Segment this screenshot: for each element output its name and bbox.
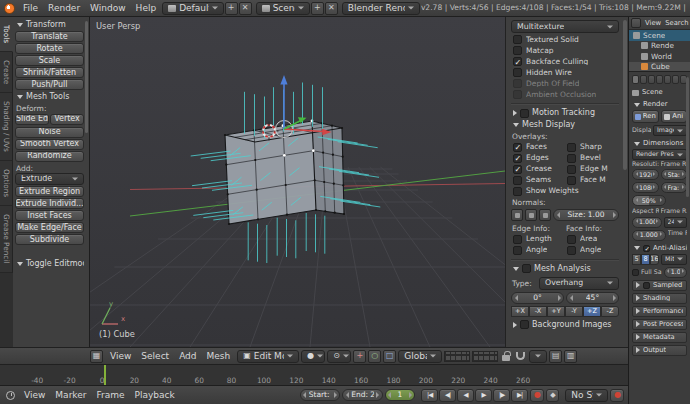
render-panel-header[interactable]: Render	[632, 99, 687, 110]
toolshelf-tab[interactable]: Options	[0, 161, 13, 206]
auto-keyframe-button[interactable]: ●	[610, 389, 624, 402]
menu-item[interactable]: Search	[663, 19, 690, 28]
mesh-tools-panel-header[interactable]: Mesh Tools	[15, 91, 84, 103]
checkbox[interactable]	[513, 90, 522, 99]
current-frame-field[interactable]: 1	[385, 389, 415, 401]
tool-button[interactable]: Extrude Region	[15, 186, 84, 197]
checkbox[interactable]	[513, 187, 522, 196]
outliner-item[interactable]: Rende	[629, 41, 690, 52]
mesh-analysis-checkbox[interactable]	[522, 264, 531, 273]
overlay-option[interactable]: Edges	[511, 153, 565, 164]
viewport-canvas[interactable]	[90, 17, 505, 347]
display-option[interactable]: Textured Solid	[511, 34, 619, 45]
motion-tracking-checkbox[interactable]	[520, 109, 529, 118]
tab-world-icon[interactable]	[656, 75, 663, 84]
checkbox[interactable]	[513, 246, 522, 255]
render-display-dropdown[interactable]: Image E	[653, 125, 687, 136]
checkbox[interactable]	[513, 79, 522, 88]
transport-button[interactable]: ◀|	[439, 389, 456, 402]
aa-filter-dropdown[interactable]: Mitchell-...	[661, 254, 687, 265]
keying-set-button[interactable]: ◆	[546, 389, 560, 402]
overlay-option[interactable]: Faces	[511, 142, 565, 153]
mesh-display-panel-header[interactable]: Mesh Display	[511, 119, 619, 131]
outliner-item[interactable]: World	[629, 51, 690, 62]
resolution-x-field[interactable]: 1920	[632, 169, 659, 180]
checkbox[interactable]	[513, 235, 522, 244]
properties-panel-header[interactable]: Shading	[632, 293, 687, 304]
aa-samples-button[interactable]: 16	[650, 254, 659, 265]
overlay-option[interactable]: Face M	[565, 175, 619, 186]
resolution-y-field[interactable]: 1080	[632, 182, 659, 193]
toolshelf-tab[interactable]: Shading / UVs	[0, 93, 13, 161]
menu-item[interactable]: Marker	[50, 389, 91, 402]
menu-item[interactable]: Select	[136, 350, 174, 363]
display-option[interactable]: Ambient Occlusion	[511, 89, 619, 100]
transport-button[interactable]: ▶|	[511, 389, 528, 402]
npanel-scrollbar[interactable]	[623, 20, 627, 170]
tool-button[interactable]: Rotate	[15, 43, 84, 54]
mesh-analysis-panel-header[interactable]: Mesh Analysis	[511, 263, 619, 275]
properties-scrollbar[interactable]	[686, 77, 689, 197]
angle-max-field[interactable]: 45°	[566, 292, 619, 304]
checkbox[interactable]	[513, 154, 522, 163]
overhang-axis-button[interactable]: -X	[529, 306, 547, 317]
checkbox[interactable]	[513, 165, 522, 174]
toolshelf-tab[interactable]: Tools	[0, 17, 13, 52]
menu-item[interactable]: View	[105, 350, 136, 363]
aa-samples-button[interactable]: 5	[632, 254, 641, 265]
toolshelf-tab[interactable]: Grease Pencil	[0, 206, 13, 272]
toolshelf-scrollbar[interactable]	[85, 21, 88, 133]
menu-item[interactable]: View	[19, 389, 50, 402]
antialiasing-panel-header[interactable]: Anti-Aliasing	[632, 243, 687, 254]
full-sample-checkbox[interactable]	[632, 269, 639, 276]
checkbox[interactable]	[513, 46, 522, 55]
menu-item[interactable]: View	[643, 19, 663, 28]
opengl-render-image-button[interactable]: ▤	[549, 350, 562, 363]
cube-mesh[interactable]	[224, 120, 345, 225]
tool-button[interactable]: Shrink/Fatten	[15, 67, 84, 78]
timeline-ruler[interactable]: -40-200204060801001201401601802002202402…	[0, 377, 539, 384]
render-preset-dropdown[interactable]: Render Pres...	[632, 149, 687, 160]
checkbox[interactable]	[513, 57, 522, 66]
tool-button[interactable]: Inset Faces	[15, 210, 84, 221]
checkbox[interactable]	[567, 154, 576, 163]
snap-element-dropdown[interactable]	[529, 350, 547, 363]
timeline-region[interactable]: -40-200204060801001201401601802002202402…	[0, 365, 628, 386]
overhang-axis-button[interactable]: -Z	[601, 306, 619, 317]
tool-button[interactable]: Noise	[15, 127, 84, 138]
tab-modifiers-icon[interactable]	[672, 75, 679, 84]
add-scene-button[interactable]: +	[311, 2, 324, 15]
vertex-normals-toggle[interactable]	[511, 209, 523, 221]
render-animation-button[interactable]: Ani	[661, 110, 688, 123]
scene-dropdown[interactable]: Scene	[256, 2, 310, 15]
overlay-option[interactable]: Sharp	[565, 142, 619, 153]
checkbox[interactable]	[513, 68, 522, 77]
display-option[interactable]: Depth Of Field	[511, 78, 619, 89]
manipulator-scale-toggle[interactable]: □	[383, 350, 396, 363]
menu-item[interactable]: Help	[131, 2, 162, 15]
fps-dropdown[interactable]: 24 fps	[664, 217, 688, 228]
aspect-x-field[interactable]: 1.000	[632, 217, 662, 228]
display-option[interactable]: Matcap	[511, 45, 619, 56]
overhang-axis-button[interactable]: +X	[511, 306, 529, 317]
outliner-item[interactable]: Scene	[629, 30, 690, 41]
tool-button[interactable]: Subdivide	[15, 234, 84, 245]
tool-button[interactable]: Translate	[15, 31, 84, 42]
opengl-render-anim-button[interactable]: ▥	[564, 350, 577, 363]
panel-checkbox[interactable]	[643, 282, 650, 289]
background-images-checkbox[interactable]	[520, 320, 529, 329]
shading-mode-dropdown[interactable]: Multitexture	[511, 20, 619, 33]
tab-render-layers-icon[interactable]	[640, 75, 647, 84]
layers-widget[interactable]	[444, 351, 470, 362]
tool-button[interactable]: Extrude Individ...	[15, 198, 84, 209]
toolshelf-tab[interactable]: Create	[0, 52, 13, 93]
render-button[interactable]: Ren	[632, 110, 659, 123]
pivot-point-dropdown[interactable]: ⊙	[327, 350, 351, 363]
menu-item[interactable]: Mesh	[202, 350, 236, 363]
tool-button[interactable]: Smooth Vertex	[15, 139, 84, 150]
info-option[interactable]: Length	[511, 234, 565, 245]
tool-button[interactable]: Push/Pull	[15, 79, 84, 90]
sync-dropdown[interactable]: No Sync	[565, 389, 608, 402]
menu-item[interactable]: File	[18, 2, 43, 15]
editor-type-selector[interactable]: ▦	[90, 350, 103, 363]
